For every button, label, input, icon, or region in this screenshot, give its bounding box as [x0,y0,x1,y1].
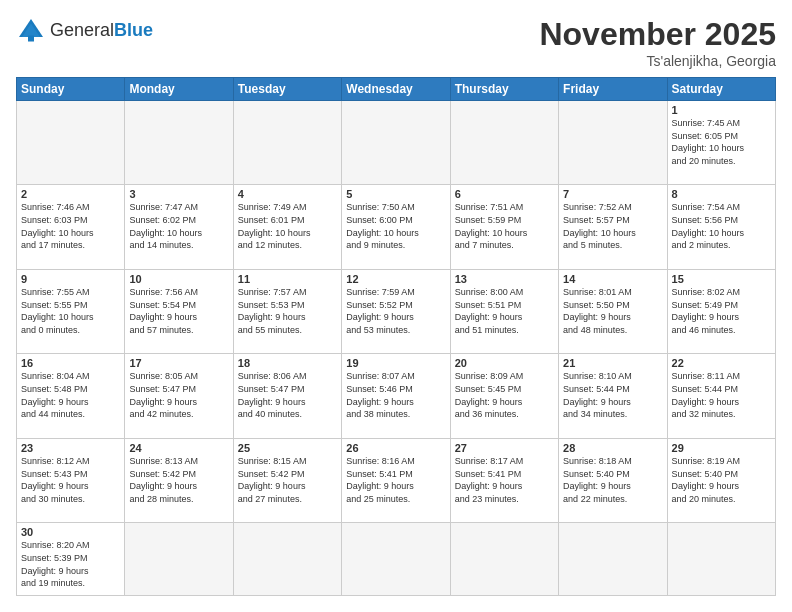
calendar-day-cell [450,523,558,596]
calendar-day-cell: 3Sunrise: 7:47 AM Sunset: 6:02 PM Daylig… [125,185,233,269]
day-number: 1 [672,104,771,116]
calendar-week-row: 16Sunrise: 8:04 AM Sunset: 5:48 PM Dayli… [17,354,776,438]
calendar-day-cell: 6Sunrise: 7:51 AM Sunset: 5:59 PM Daylig… [450,185,558,269]
day-info: Sunrise: 7:55 AM Sunset: 5:55 PM Dayligh… [21,286,120,336]
logo-general-text: General [50,20,114,40]
calendar-day-cell: 8Sunrise: 7:54 AM Sunset: 5:56 PM Daylig… [667,185,775,269]
calendar-day-cell: 20Sunrise: 8:09 AM Sunset: 5:45 PM Dayli… [450,354,558,438]
day-info: Sunrise: 8:19 AM Sunset: 5:40 PM Dayligh… [672,455,771,505]
calendar-day-cell: 2Sunrise: 7:46 AM Sunset: 6:03 PM Daylig… [17,185,125,269]
svg-rect-2 [28,36,34,42]
day-info: Sunrise: 7:46 AM Sunset: 6:03 PM Dayligh… [21,201,120,251]
day-number: 3 [129,188,228,200]
day-info: Sunrise: 8:06 AM Sunset: 5:47 PM Dayligh… [238,370,337,420]
calendar-week-row: 30Sunrise: 8:20 AM Sunset: 5:39 PM Dayli… [17,523,776,596]
calendar-day-cell: 1Sunrise: 7:45 AM Sunset: 6:05 PM Daylig… [667,101,775,185]
calendar-day-cell [559,523,667,596]
calendar-day-cell: 30Sunrise: 8:20 AM Sunset: 5:39 PM Dayli… [17,523,125,596]
day-number: 28 [563,442,662,454]
day-info: Sunrise: 8:01 AM Sunset: 5:50 PM Dayligh… [563,286,662,336]
col-sunday: Sunday [17,78,125,101]
day-info: Sunrise: 8:02 AM Sunset: 5:49 PM Dayligh… [672,286,771,336]
header: GeneralBlue November 2025 Ts'alenjikha, … [16,16,776,69]
calendar-day-cell: 12Sunrise: 7:59 AM Sunset: 5:52 PM Dayli… [342,269,450,353]
day-info: Sunrise: 7:56 AM Sunset: 5:54 PM Dayligh… [129,286,228,336]
day-info: Sunrise: 8:17 AM Sunset: 5:41 PM Dayligh… [455,455,554,505]
calendar-day-cell: 22Sunrise: 8:11 AM Sunset: 5:44 PM Dayli… [667,354,775,438]
calendar-day-cell: 4Sunrise: 7:49 AM Sunset: 6:01 PM Daylig… [233,185,341,269]
logo-icon [16,16,46,46]
day-number: 23 [21,442,120,454]
day-number: 18 [238,357,337,369]
calendar-day-cell: 28Sunrise: 8:18 AM Sunset: 5:40 PM Dayli… [559,438,667,522]
day-info: Sunrise: 7:59 AM Sunset: 5:52 PM Dayligh… [346,286,445,336]
day-number: 15 [672,273,771,285]
calendar-day-cell: 27Sunrise: 8:17 AM Sunset: 5:41 PM Dayli… [450,438,558,522]
calendar-day-cell [559,101,667,185]
day-info: Sunrise: 8:15 AM Sunset: 5:42 PM Dayligh… [238,455,337,505]
day-info: Sunrise: 8:13 AM Sunset: 5:42 PM Dayligh… [129,455,228,505]
day-info: Sunrise: 7:51 AM Sunset: 5:59 PM Dayligh… [455,201,554,251]
day-number: 19 [346,357,445,369]
calendar-day-cell: 23Sunrise: 8:12 AM Sunset: 5:43 PM Dayli… [17,438,125,522]
day-info: Sunrise: 8:07 AM Sunset: 5:46 PM Dayligh… [346,370,445,420]
page: GeneralBlue November 2025 Ts'alenjikha, … [0,0,792,612]
day-number: 7 [563,188,662,200]
logo-blue-text: Blue [114,20,153,40]
day-number: 26 [346,442,445,454]
day-info: Sunrise: 7:52 AM Sunset: 5:57 PM Dayligh… [563,201,662,251]
day-number: 14 [563,273,662,285]
day-info: Sunrise: 7:47 AM Sunset: 6:02 PM Dayligh… [129,201,228,251]
calendar-day-cell: 14Sunrise: 8:01 AM Sunset: 5:50 PM Dayli… [559,269,667,353]
day-number: 8 [672,188,771,200]
calendar-day-cell: 18Sunrise: 8:06 AM Sunset: 5:47 PM Dayli… [233,354,341,438]
calendar-day-cell: 9Sunrise: 7:55 AM Sunset: 5:55 PM Daylig… [17,269,125,353]
calendar-day-cell: 26Sunrise: 8:16 AM Sunset: 5:41 PM Dayli… [342,438,450,522]
calendar: Sunday Monday Tuesday Wednesday Thursday… [16,77,776,596]
day-number: 10 [129,273,228,285]
day-info: Sunrise: 7:49 AM Sunset: 6:01 PM Dayligh… [238,201,337,251]
calendar-day-cell [125,101,233,185]
calendar-day-cell: 24Sunrise: 8:13 AM Sunset: 5:42 PM Dayli… [125,438,233,522]
calendar-week-row: 1Sunrise: 7:45 AM Sunset: 6:05 PM Daylig… [17,101,776,185]
day-info: Sunrise: 8:11 AM Sunset: 5:44 PM Dayligh… [672,370,771,420]
calendar-day-cell: 15Sunrise: 8:02 AM Sunset: 5:49 PM Dayli… [667,269,775,353]
day-number: 29 [672,442,771,454]
day-number: 12 [346,273,445,285]
day-number: 11 [238,273,337,285]
day-info: Sunrise: 8:12 AM Sunset: 5:43 PM Dayligh… [21,455,120,505]
calendar-day-cell [17,101,125,185]
day-info: Sunrise: 8:09 AM Sunset: 5:45 PM Dayligh… [455,370,554,420]
day-number: 25 [238,442,337,454]
calendar-week-row: 23Sunrise: 8:12 AM Sunset: 5:43 PM Dayli… [17,438,776,522]
day-number: 27 [455,442,554,454]
calendar-day-cell: 16Sunrise: 8:04 AM Sunset: 5:48 PM Dayli… [17,354,125,438]
calendar-day-cell: 7Sunrise: 7:52 AM Sunset: 5:57 PM Daylig… [559,185,667,269]
col-wednesday: Wednesday [342,78,450,101]
calendar-day-cell: 5Sunrise: 7:50 AM Sunset: 6:00 PM Daylig… [342,185,450,269]
calendar-day-cell [450,101,558,185]
day-number: 24 [129,442,228,454]
calendar-day-cell [233,523,341,596]
calendar-day-cell: 13Sunrise: 8:00 AM Sunset: 5:51 PM Dayli… [450,269,558,353]
day-number: 13 [455,273,554,285]
day-info: Sunrise: 8:10 AM Sunset: 5:44 PM Dayligh… [563,370,662,420]
calendar-header-row: Sunday Monday Tuesday Wednesday Thursday… [17,78,776,101]
calendar-day-cell: 29Sunrise: 8:19 AM Sunset: 5:40 PM Dayli… [667,438,775,522]
day-number: 2 [21,188,120,200]
calendar-day-cell: 25Sunrise: 8:15 AM Sunset: 5:42 PM Dayli… [233,438,341,522]
calendar-day-cell [125,523,233,596]
day-info: Sunrise: 8:16 AM Sunset: 5:41 PM Dayligh… [346,455,445,505]
day-info: Sunrise: 8:00 AM Sunset: 5:51 PM Dayligh… [455,286,554,336]
location: Ts'alenjikha, Georgia [539,53,776,69]
day-info: Sunrise: 7:45 AM Sunset: 6:05 PM Dayligh… [672,117,771,167]
calendar-day-cell [667,523,775,596]
calendar-day-cell: 19Sunrise: 8:07 AM Sunset: 5:46 PM Dayli… [342,354,450,438]
logo-text: GeneralBlue [50,21,153,41]
logo: GeneralBlue [16,16,153,46]
calendar-day-cell [233,101,341,185]
month-title: November 2025 [539,16,776,53]
day-number: 22 [672,357,771,369]
day-info: Sunrise: 7:57 AM Sunset: 5:53 PM Dayligh… [238,286,337,336]
day-number: 9 [21,273,120,285]
